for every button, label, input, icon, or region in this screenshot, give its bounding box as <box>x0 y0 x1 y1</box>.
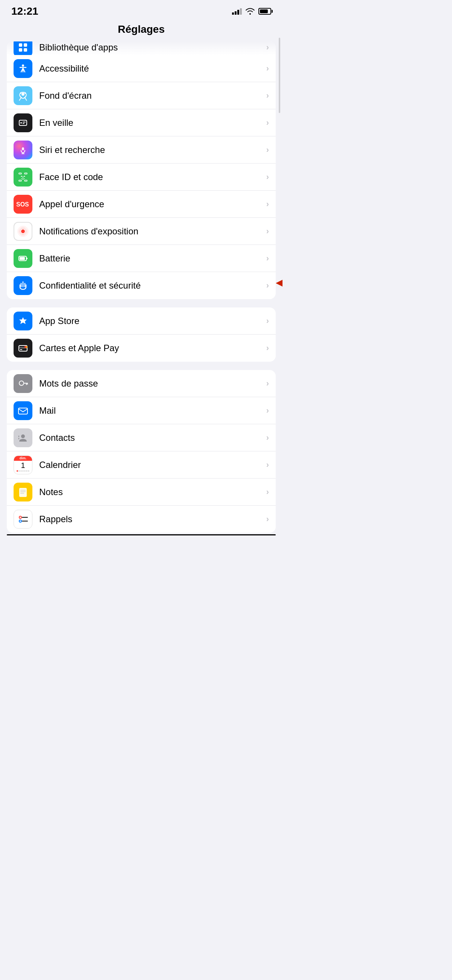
svg-rect-15 <box>24 173 27 174</box>
svg-rect-27 <box>19 257 25 260</box>
svg-rect-0 <box>19 43 22 47</box>
battery-icon <box>258 8 271 15</box>
signal-icon <box>232 8 242 15</box>
accessibilite-label: Accessibilité <box>39 63 263 74</box>
batterie-label: Batterie <box>39 253 263 264</box>
notes-icon <box>14 483 32 501</box>
confidentialite-chevron: › <box>266 281 269 291</box>
settings-item-calendrier[interactable]: dim. 1 Calendrier › <box>7 451 276 479</box>
scrollbar[interactable] <box>279 38 280 113</box>
settings-item-rappels[interactable]: Rappels › <box>7 506 276 533</box>
fond-ecran-icon <box>14 86 32 105</box>
mail-chevron: › <box>266 406 269 415</box>
urgence-chevron: › <box>266 199 269 209</box>
appstore-chevron: › <box>266 316 269 326</box>
appstore-icon <box>14 312 32 331</box>
svg-rect-3 <box>24 48 27 52</box>
contacts-icon <box>14 428 32 447</box>
svg-point-19 <box>24 176 25 177</box>
batterie-chevron: › <box>266 254 269 263</box>
settings-item-batterie[interactable]: Batterie › <box>7 245 276 272</box>
svg-point-18 <box>21 176 22 177</box>
mail-label: Mail <box>39 406 263 416</box>
mail-icon <box>14 401 32 420</box>
svg-rect-31 <box>20 349 22 350</box>
svg-point-9 <box>20 122 22 124</box>
siri-label: Siri et recherche <box>39 145 263 155</box>
batterie-icon <box>14 249 32 268</box>
settings-item-mail[interactable]: Mail › <box>7 397 276 424</box>
urgence-label: Appel d'urgence <box>39 199 263 210</box>
cartes-icon <box>14 339 32 358</box>
siri-icon <box>14 140 32 159</box>
svg-point-6 <box>20 92 21 94</box>
settings-item-faceid[interactable]: Face ID et code › <box>7 164 276 191</box>
cartes-chevron: › <box>266 343 269 353</box>
svg-rect-1 <box>24 43 27 47</box>
bibliotheque-label: Bibliothèque d'apps <box>39 42 263 53</box>
svg-rect-26 <box>26 258 27 259</box>
settings-item-appstore[interactable]: App Store › <box>7 307 276 334</box>
confidentialite-label: Confidentialité et sécurité <box>39 280 263 291</box>
svg-point-32 <box>19 381 24 385</box>
page-title: Réglages <box>0 20 282 41</box>
contacts-chevron: › <box>266 433 269 443</box>
accessibilite-chevron: › <box>266 64 269 73</box>
calendrier-chevron: › <box>266 460 269 470</box>
fond-ecran-chevron: › <box>266 91 269 100</box>
exposition-icon <box>14 222 32 241</box>
accessibilite-icon <box>14 59 32 78</box>
settings-item-cartes[interactable]: Cartes et Apple Pay › <box>7 334 276 362</box>
bibliotheque-icon <box>14 41 32 55</box>
svg-rect-17 <box>24 180 27 181</box>
svg-rect-40 <box>19 488 27 497</box>
bibliotheque-chevron: › <box>266 43 269 52</box>
svg-rect-39 <box>19 438 19 439</box>
svg-text:SOS: SOS <box>16 201 29 208</box>
settings-item-contacts[interactable]: Contacts › <box>7 424 276 451</box>
motsdepasse-chevron: › <box>266 379 269 388</box>
settings-item-accessibilite[interactable]: Accessibilité › <box>7 55 276 82</box>
calendrier-label: Calendrier <box>39 460 263 470</box>
urgence-icon: SOS <box>14 195 32 214</box>
rappels-label: Rappels <box>39 514 263 525</box>
settings-item-fond-ecran[interactable]: Fond d'écran › <box>7 82 276 109</box>
cartes-label: Cartes et Apple Pay <box>39 343 263 353</box>
svg-point-45 <box>19 520 21 522</box>
settings-item-en-veille[interactable]: En veille › <box>7 109 276 137</box>
settings-item-notes[interactable]: Notes › <box>7 479 276 506</box>
faceid-icon <box>14 168 32 186</box>
svg-rect-16 <box>19 180 21 181</box>
svg-rect-11 <box>22 123 24 124</box>
notes-label: Notes <box>39 487 263 497</box>
svg-point-7 <box>24 92 26 94</box>
exposition-chevron: › <box>266 226 269 236</box>
settings-item-exposition[interactable]: Notifications d'exposition › <box>7 218 276 245</box>
settings-item-siri[interactable]: Siri et recherche › <box>7 137 276 164</box>
calendrier-icon: dim. 1 <box>14 455 32 474</box>
exposition-label: Notifications d'exposition <box>39 226 263 237</box>
en-veille-chevron: › <box>266 118 269 128</box>
svg-rect-2 <box>19 48 22 52</box>
svg-rect-10 <box>22 122 25 123</box>
settings-item-urgence[interactable]: SOS Appel d'urgence › <box>7 191 276 218</box>
faceid-label: Face ID et code <box>39 172 263 182</box>
status-icons <box>232 8 271 15</box>
svg-rect-36 <box>19 408 27 414</box>
section-store: App Store › Cartes et Apple Pay › <box>7 307 276 362</box>
en-veille-icon <box>14 113 32 132</box>
wifi-icon <box>245 8 255 15</box>
contacts-label: Contacts <box>39 433 263 443</box>
svg-marker-28 <box>276 278 282 289</box>
svg-point-5 <box>21 93 24 96</box>
settings-item-confidentialite[interactable]: Confidentialité et sécurité › <box>7 272 276 299</box>
section-system: Accessibilité › Fond d'écran › <box>7 55 276 299</box>
rappels-chevron: › <box>266 514 269 524</box>
rappels-icon <box>14 510 32 529</box>
status-time: 12:21 <box>11 5 38 18</box>
svg-point-21 <box>21 229 25 233</box>
motsdepasse-label: Mots de passe <box>39 378 263 389</box>
svg-point-37 <box>21 434 25 438</box>
settings-item-motsdepasse[interactable]: Mots de passe › <box>7 370 276 397</box>
appstore-label: App Store <box>39 316 263 326</box>
